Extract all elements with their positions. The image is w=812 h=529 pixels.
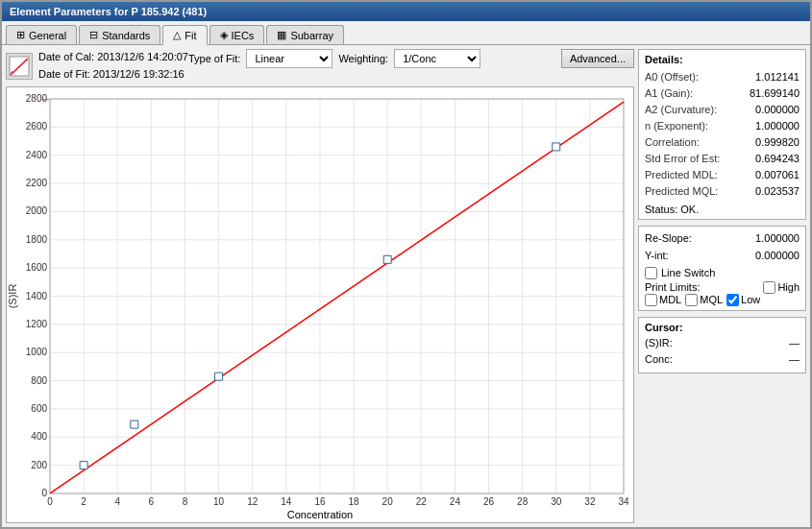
detail-row-n: n (Exponent): 1.000000 (645, 118, 800, 134)
left-panel: Date of Cal: 2013/12/6 14:20:07 Date of … (6, 49, 634, 523)
reslope-row: Re-Slope: 1.000000 (645, 230, 800, 248)
window-title: Element Parameters for P 185.942 (481) (10, 6, 207, 17)
line-switch-row: Line Switch (645, 267, 800, 279)
date-info: Date of Cal: 2013/12/6 14:20:07 Date of … (38, 49, 188, 83)
top-controls-row: Date of Cal: 2013/12/6 14:20:07 Date of … (6, 49, 634, 83)
reslope-box: Re-Slope: 1.000000 Y-int: 0.000000 Line … (638, 226, 806, 310)
tab-general[interactable]: ⊞ General (6, 25, 77, 44)
subarray-icon: ▦ (277, 29, 286, 41)
mql-checkbox-item: MQL (685, 294, 723, 306)
low-checkbox[interactable] (726, 294, 739, 306)
chart-area: Concentration (6, 86, 634, 523)
iecs-icon: ◈ (220, 29, 228, 41)
x-axis-label: Concentration (287, 509, 354, 520)
detail-row-stderr: Std Error of Est: 0.694243 (645, 151, 800, 167)
details-box: Details: A0 (Offset): 1.012141 A1 (Gain)… (638, 49, 806, 220)
right-panel: Details: A0 (Offset): 1.012141 A1 (Gain)… (638, 49, 806, 523)
weighting-label: Weighting: (338, 53, 388, 64)
type-of-fit-label: Type of Fit: (188, 53, 240, 64)
detail-row-corr: Correlation: 0.999820 (645, 134, 800, 151)
standards-icon: ⊟ (89, 29, 98, 41)
type-of-fit-select[interactable]: Linear Quadratic Cubic (246, 49, 332, 68)
detail-row-a2: A2 (Curvature): 0.000000 (645, 102, 800, 118)
fit-chart (7, 87, 633, 522)
graph-icon-button[interactable] (6, 53, 33, 80)
line-switch-checkbox[interactable] (645, 267, 657, 279)
title-bar: Element Parameters for P 185.942 (481) (2, 2, 810, 21)
mdl-checkbox-item: MDL (645, 294, 681, 306)
advanced-button[interactable]: Advanced... (561, 49, 634, 68)
general-icon: ⊞ (16, 29, 25, 41)
cursor-conc-row: Conc: — (645, 351, 800, 369)
cursor-sir-row: (S)IR: — (645, 335, 800, 352)
cursor-box: Cursor: (S)IR: — Conc: — (638, 317, 806, 373)
tab-fit[interactable]: △ Fit (162, 25, 207, 45)
tab-iecs[interactable]: ◈ IECs (209, 25, 265, 44)
detail-row-a1: A1 (Gain): 81.699140 (645, 85, 800, 102)
tab-subarray[interactable]: ▦ Subarray (266, 25, 344, 44)
yint-row: Y-int: 0.000000 (645, 248, 800, 265)
mdl-checkbox[interactable] (645, 294, 657, 306)
mql-checkbox[interactable] (685, 294, 698, 306)
print-limits-row: Print Limits: High (645, 281, 800, 294)
main-window: Element Parameters for P 185.942 (481) ⊞… (0, 0, 812, 529)
details-title: Details: (645, 54, 800, 65)
fit-icon: △ (173, 29, 181, 41)
high-checkbox[interactable] (763, 281, 775, 294)
tab-standards[interactable]: ⊟ Standards (79, 25, 160, 44)
content-area: Date of Cal: 2013/12/6 14:20:07 Date of … (2, 45, 810, 527)
detail-row-mql: Predicted MQL: 0.023537 (645, 183, 800, 200)
detail-row-mdl: Predicted MDL: 0.007061 (645, 167, 800, 183)
weighting-select[interactable]: 1/Conc 1/Conc2 None (394, 49, 480, 68)
low-checkbox-item: Low (726, 294, 760, 306)
tab-bar: ⊞ General ⊟ Standards △ Fit ◈ IECs ▦ Sub… (2, 21, 810, 45)
detail-row-a0: A0 (Offset): 1.012141 (645, 69, 800, 85)
status-row: Status: OK. (645, 204, 800, 215)
